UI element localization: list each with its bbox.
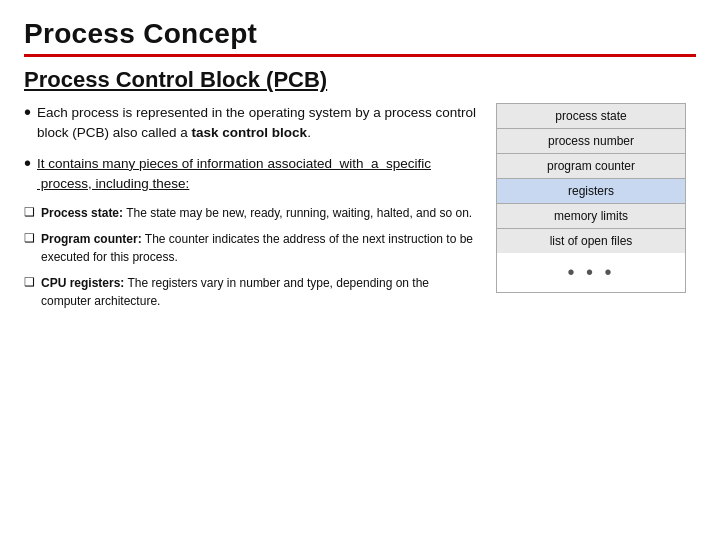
bullet-dot-2: • xyxy=(24,152,31,175)
left-column: • Each process is represented in the ope… xyxy=(24,103,480,318)
pcb-row-open-files: list of open files xyxy=(497,229,685,253)
pcb-row-program-counter: program counter xyxy=(497,154,685,179)
sub-items: ❑ Process state: The state may be new, r… xyxy=(24,204,480,310)
bullet-item-2: • It contains many pieces of information… xyxy=(24,154,480,195)
pcb-diagram: process state process number program cou… xyxy=(496,103,686,293)
sub-text-program-counter: Program counter: The counter indicates t… xyxy=(41,230,480,266)
pcb-row-process-number: process number xyxy=(497,129,685,154)
sub-bullet-2: ❑ xyxy=(24,231,35,245)
pcb-diagram-container: process state process number program cou… xyxy=(496,103,696,318)
sub-item-process-state: ❑ Process state: The state may be new, r… xyxy=(24,204,480,222)
pcb-row-registers: registers xyxy=(497,179,685,204)
sub-bullet-3: ❑ xyxy=(24,275,35,289)
bullet-dot-1: • xyxy=(24,101,31,124)
section-title: Process Control Block (PCB) xyxy=(24,67,696,93)
content-layout: • Each process is represented in the ope… xyxy=(24,103,696,318)
pcb-dots: • • • xyxy=(497,253,685,292)
bullet-item-1: • Each process is represented in the ope… xyxy=(24,103,480,144)
sub-item-program-counter: ❑ Program counter: The counter indicates… xyxy=(24,230,480,266)
sub-text-process-state: Process state: The state may be new, rea… xyxy=(41,204,472,222)
pcb-row-process-state: process state xyxy=(497,104,685,129)
pcb-row-memory-limits: memory limits xyxy=(497,204,685,229)
bullet-text-1: Each process is represented in the opera… xyxy=(37,103,480,144)
red-divider xyxy=(24,54,696,57)
sub-bullet-1: ❑ xyxy=(24,205,35,219)
sub-item-cpu-registers: ❑ CPU registers: The registers vary in n… xyxy=(24,274,480,310)
sub-text-cpu-registers: CPU registers: The registers vary in num… xyxy=(41,274,480,310)
bullet-text-2: It contains many pieces of information a… xyxy=(37,154,480,195)
main-title: Process Concept xyxy=(24,18,696,50)
